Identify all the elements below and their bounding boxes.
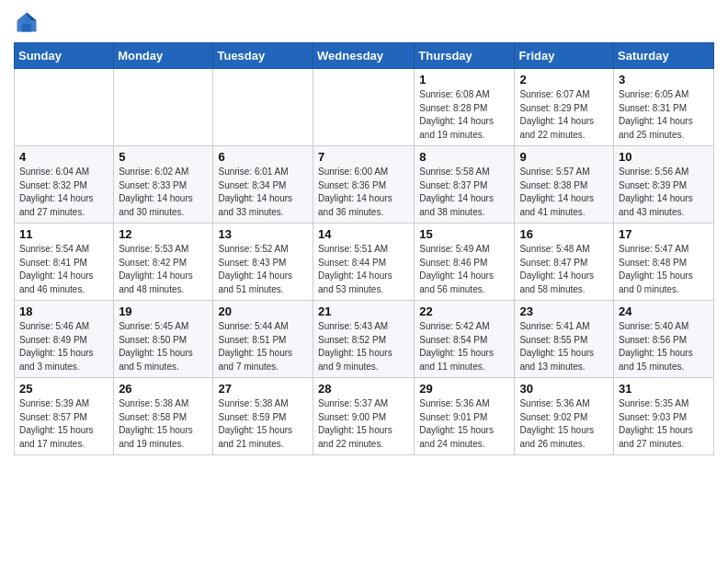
day-number: 6: [218, 150, 308, 164]
day-number: 1: [419, 73, 509, 86]
calendar-cell: 5Sunrise: 6:02 AM Sunset: 8:33 PM Daylig…: [114, 146, 213, 224]
calendar-cell: [213, 69, 313, 146]
day-info: Sunrise: 5:36 AM Sunset: 9:02 PM Dayligh…: [519, 397, 609, 451]
calendar-cell: 23Sunrise: 5:41 AM Sunset: 8:55 PM Dayli…: [515, 301, 614, 378]
day-number: 7: [318, 150, 409, 164]
calendar-cell: 20Sunrise: 5:44 AM Sunset: 8:51 PM Dayli…: [213, 301, 313, 378]
day-number: 24: [619, 304, 709, 318]
day-number: 16: [519, 227, 609, 241]
day-info: Sunrise: 5:37 AM Sunset: 9:00 PM Dayligh…: [318, 397, 409, 451]
weekday-header-friday: Friday: [515, 43, 614, 69]
calendar-header-row: SundayMondayTuesdayWednesdayThursdayFrid…: [15, 43, 714, 69]
calendar-cell: 12Sunrise: 5:53 AM Sunset: 8:42 PM Dayli…: [114, 224, 213, 301]
logo: [14, 9, 43, 35]
svg-rect-3: [22, 24, 32, 32]
day-info: Sunrise: 5:56 AM Sunset: 8:39 PM Dayligh…: [619, 166, 709, 219]
day-info: Sunrise: 5:40 AM Sunset: 8:56 PM Dayligh…: [619, 320, 709, 373]
day-info: Sunrise: 5:36 AM Sunset: 9:01 PM Dayligh…: [419, 397, 509, 451]
calendar-cell: 26Sunrise: 5:38 AM Sunset: 8:58 PM Dayli…: [114, 378, 213, 455]
weekday-header-wednesday: Wednesday: [313, 43, 415, 69]
day-info: Sunrise: 6:05 AM Sunset: 8:31 PM Dayligh…: [619, 88, 709, 142]
day-number: 10: [619, 150, 709, 164]
day-info: Sunrise: 5:45 AM Sunset: 8:50 PM Dayligh…: [119, 320, 208, 373]
day-number: 15: [419, 227, 509, 241]
day-info: Sunrise: 6:08 AM Sunset: 8:28 PM Dayligh…: [419, 88, 509, 142]
day-info: Sunrise: 6:04 AM Sunset: 8:32 PM Dayligh…: [19, 166, 108, 219]
calendar-cell: 4Sunrise: 6:04 AM Sunset: 8:32 PM Daylig…: [15, 146, 114, 224]
day-number: 4: [19, 150, 108, 164]
calendar-cell: [313, 69, 415, 146]
day-number: 27: [218, 382, 308, 396]
calendar-week-row: 4Sunrise: 6:04 AM Sunset: 8:32 PM Daylig…: [15, 146, 714, 224]
calendar-cell: 7Sunrise: 6:00 AM Sunset: 8:36 PM Daylig…: [313, 146, 415, 224]
day-info: Sunrise: 6:07 AM Sunset: 8:29 PM Dayligh…: [519, 88, 609, 142]
calendar-cell: 18Sunrise: 5:46 AM Sunset: 8:49 PM Dayli…: [15, 301, 114, 378]
weekday-header-thursday: Thursday: [415, 43, 515, 69]
day-number: 5: [119, 150, 208, 164]
day-info: Sunrise: 5:38 AM Sunset: 8:59 PM Dayligh…: [218, 397, 308, 451]
day-number: 21: [318, 304, 409, 318]
day-info: Sunrise: 5:43 AM Sunset: 8:52 PM Dayligh…: [318, 320, 409, 373]
day-info: Sunrise: 5:39 AM Sunset: 8:57 PM Dayligh…: [19, 397, 108, 451]
weekday-header-tuesday: Tuesday: [213, 43, 313, 69]
calendar-cell: 13Sunrise: 5:52 AM Sunset: 8:43 PM Dayli…: [213, 224, 313, 301]
day-info: Sunrise: 5:38 AM Sunset: 8:58 PM Dayligh…: [119, 397, 208, 451]
weekday-header-monday: Monday: [114, 43, 213, 69]
day-info: Sunrise: 5:47 AM Sunset: 8:48 PM Dayligh…: [619, 243, 709, 296]
calendar-cell: 30Sunrise: 5:36 AM Sunset: 9:02 PM Dayli…: [515, 378, 614, 455]
day-info: Sunrise: 5:35 AM Sunset: 9:03 PM Dayligh…: [619, 397, 709, 451]
weekday-header-saturday: Saturday: [614, 43, 714, 69]
page: SundayMondayTuesdayWednesdayThursdayFrid…: [0, 0, 728, 469]
day-number: 9: [519, 150, 609, 164]
calendar-table: SundayMondayTuesdayWednesdayThursdayFrid…: [14, 42, 714, 455]
calendar-cell: 2Sunrise: 6:07 AM Sunset: 8:29 PM Daylig…: [515, 69, 614, 146]
calendar-cell: 22Sunrise: 5:42 AM Sunset: 8:54 PM Dayli…: [415, 301, 515, 378]
calendar-cell: [114, 69, 213, 146]
weekday-header-sunday: Sunday: [15, 43, 114, 69]
day-number: 30: [519, 382, 609, 396]
calendar-cell: 17Sunrise: 5:47 AM Sunset: 8:48 PM Dayli…: [614, 224, 714, 301]
calendar-cell: 21Sunrise: 5:43 AM Sunset: 8:52 PM Dayli…: [313, 301, 415, 378]
day-number: 8: [419, 150, 509, 164]
calendar-week-row: 11Sunrise: 5:54 AM Sunset: 8:41 PM Dayli…: [15, 224, 714, 301]
day-info: Sunrise: 5:57 AM Sunset: 8:38 PM Dayligh…: [519, 166, 609, 219]
calendar-cell: 6Sunrise: 6:01 AM Sunset: 8:34 PM Daylig…: [213, 146, 313, 224]
day-number: 23: [519, 304, 609, 318]
calendar-cell: 28Sunrise: 5:37 AM Sunset: 9:00 PM Dayli…: [313, 378, 415, 455]
calendar-cell: 29Sunrise: 5:36 AM Sunset: 9:01 PM Dayli…: [415, 378, 515, 455]
calendar-week-row: 1Sunrise: 6:08 AM Sunset: 8:28 PM Daylig…: [15, 69, 714, 146]
day-info: Sunrise: 5:42 AM Sunset: 8:54 PM Dayligh…: [419, 320, 509, 373]
day-info: Sunrise: 6:02 AM Sunset: 8:33 PM Dayligh…: [119, 166, 208, 219]
day-info: Sunrise: 6:01 AM Sunset: 8:34 PM Dayligh…: [218, 166, 308, 219]
calendar-cell: 25Sunrise: 5:39 AM Sunset: 8:57 PM Dayli…: [15, 378, 114, 455]
calendar-cell: 27Sunrise: 5:38 AM Sunset: 8:59 PM Dayli…: [213, 378, 313, 455]
calendar-cell: 24Sunrise: 5:40 AM Sunset: 8:56 PM Dayli…: [614, 301, 714, 378]
day-number: 3: [619, 73, 709, 86]
day-number: 18: [19, 304, 108, 318]
day-number: 28: [318, 382, 409, 396]
day-info: Sunrise: 5:44 AM Sunset: 8:51 PM Dayligh…: [218, 320, 308, 373]
day-info: Sunrise: 6:00 AM Sunset: 8:36 PM Dayligh…: [318, 166, 409, 219]
day-number: 11: [19, 227, 108, 241]
day-info: Sunrise: 5:49 AM Sunset: 8:46 PM Dayligh…: [419, 243, 509, 296]
header: [14, 9, 714, 35]
calendar-week-row: 25Sunrise: 5:39 AM Sunset: 8:57 PM Dayli…: [15, 378, 714, 455]
calendar-cell: 14Sunrise: 5:51 AM Sunset: 8:44 PM Dayli…: [313, 224, 415, 301]
day-number: 20: [218, 304, 308, 318]
day-number: 31: [619, 382, 709, 396]
calendar-cell: 11Sunrise: 5:54 AM Sunset: 8:41 PM Dayli…: [15, 224, 114, 301]
day-info: Sunrise: 5:58 AM Sunset: 8:37 PM Dayligh…: [419, 166, 509, 219]
day-info: Sunrise: 5:51 AM Sunset: 8:44 PM Dayligh…: [318, 243, 409, 296]
day-number: 2: [519, 73, 609, 86]
calendar-cell: 15Sunrise: 5:49 AM Sunset: 8:46 PM Dayli…: [415, 224, 515, 301]
day-info: Sunrise: 5:46 AM Sunset: 8:49 PM Dayligh…: [19, 320, 108, 373]
calendar-cell: 31Sunrise: 5:35 AM Sunset: 9:03 PM Dayli…: [614, 378, 714, 455]
day-number: 26: [119, 382, 208, 396]
logo-icon: [14, 9, 40, 35]
day-number: 13: [218, 227, 308, 241]
calendar-cell: 16Sunrise: 5:48 AM Sunset: 8:47 PM Dayli…: [515, 224, 614, 301]
day-number: 22: [419, 304, 509, 318]
calendar-cell: 19Sunrise: 5:45 AM Sunset: 8:50 PM Dayli…: [114, 301, 213, 378]
calendar-cell: 8Sunrise: 5:58 AM Sunset: 8:37 PM Daylig…: [415, 146, 515, 224]
day-info: Sunrise: 5:53 AM Sunset: 8:42 PM Dayligh…: [119, 243, 208, 296]
